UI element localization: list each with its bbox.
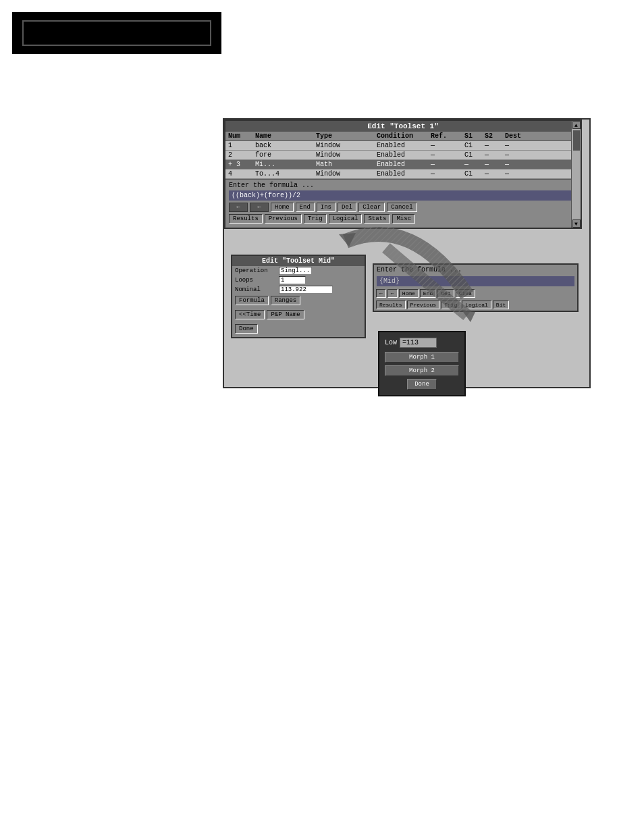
- previous-btn[interactable]: Previous: [265, 214, 302, 224]
- arrow-left2-btn[interactable]: ←: [250, 203, 269, 212]
- row4-s1: C1: [463, 170, 483, 178]
- row1-dest: —: [504, 142, 531, 149]
- row1-type: Window: [315, 142, 375, 149]
- row1-ref: —: [429, 142, 463, 149]
- col-name: Name: [254, 132, 315, 140]
- stats-btn[interactable]: Stats: [364, 214, 390, 224]
- home-btn[interactable]: Home: [271, 203, 294, 212]
- misc-btn[interactable]: Misc: [392, 214, 415, 224]
- toolset1-window: Edit "Toolset 1" Num Name Type Condition…: [224, 120, 582, 229]
- f2-results-btn[interactable]: Results: [376, 301, 406, 309]
- row2-s1: C1: [463, 151, 483, 159]
- row3-name: Mi...: [254, 161, 315, 168]
- row2-name: fore: [254, 151, 315, 159]
- logical-btn[interactable]: Logical: [329, 214, 363, 224]
- f2-title: Enter the formula ...: [374, 265, 577, 275]
- mid-done-btn[interactable]: Done: [235, 324, 258, 334]
- formula-input[interactable]: ((back)+(fore))/2: [229, 190, 577, 201]
- row4-ref: —: [429, 170, 463, 178]
- row4-condition: Enabled: [375, 170, 429, 178]
- low-done-btn[interactable]: Done: [407, 379, 437, 390]
- f2-clear-btn[interactable]: Clea: [456, 289, 475, 298]
- top-header-bar: [12, 12, 221, 54]
- del-btn[interactable]: Del: [338, 203, 356, 212]
- cancel-btn[interactable]: Cancel: [387, 203, 417, 212]
- low-input[interactable]: [400, 338, 437, 348]
- ranges-btn[interactable]: Ranges: [271, 296, 300, 305]
- operation-value: Singl...: [279, 267, 312, 275]
- nominal-row: Nominal 113.922: [232, 285, 365, 294]
- results-btn[interactable]: Results: [229, 214, 263, 224]
- formula-btn-row1: ← ← Home End Ins Del Clear Cancel: [229, 203, 577, 212]
- col-num: Num: [227, 132, 254, 140]
- row3-dest: —: [504, 161, 531, 168]
- low-row: Low: [385, 338, 459, 348]
- mid-btn-row2: <<Time P&P Name: [232, 309, 365, 321]
- f2-arrow-left-btn[interactable]: ←: [376, 289, 386, 298]
- row3-condition: Enabled: [375, 161, 429, 168]
- f2-logical-btn[interactable]: Logical: [462, 301, 491, 309]
- row3-type: Math: [315, 161, 375, 168]
- mid-titlebar: Edit "Toolset Mid": [232, 256, 365, 266]
- row4-s2: —: [483, 170, 504, 178]
- clear-btn[interactable]: Clear: [358, 203, 385, 212]
- formula-panel: Enter the formula ... ((back)+(fore))/2 …: [225, 179, 581, 228]
- col-type: Type: [315, 132, 375, 140]
- scroll-thumb[interactable]: [573, 130, 580, 151]
- row3-num: + 3: [227, 161, 254, 168]
- row1-num: 1: [227, 142, 254, 149]
- f2-del-btn[interactable]: Del: [437, 289, 454, 298]
- formula-title: Enter the formula ...: [229, 182, 577, 189]
- mid-btn-row1: Formula Ranges: [232, 294, 365, 307]
- row2-type: Window: [315, 151, 375, 159]
- time-btn[interactable]: <<Time: [235, 310, 265, 319]
- col-s1: S1: [463, 132, 483, 140]
- f2-trig-btn[interactable]: Trig: [441, 301, 460, 309]
- table-row[interactable]: 2 fore Window Enabled — C1 — —: [225, 151, 581, 160]
- row1-condition: Enabled: [375, 142, 429, 149]
- table-row[interactable]: + 3 Mi... Math Enabled — — — —: [225, 160, 581, 170]
- toolset-mid-window: Edit "Toolset Mid" Operation Singl... Lo…: [231, 255, 366, 338]
- formula2-panel: Enter the formula ... {Mid} ← ← Home End…: [373, 263, 579, 312]
- scrollbar[interactable]: ▲ ▼: [571, 121, 581, 228]
- nominal-label: Nominal: [235, 286, 279, 293]
- scroll-up-arrow[interactable]: ▲: [572, 121, 581, 129]
- header-inner-block: [22, 20, 211, 46]
- f2-home-btn[interactable]: Home: [399, 289, 419, 298]
- row2-ref: —: [429, 151, 463, 159]
- scroll-down-arrow[interactable]: ▼: [572, 219, 581, 228]
- arrow-left-btn[interactable]: ←: [229, 203, 248, 212]
- f2-previous-btn[interactable]: Previous: [407, 301, 439, 309]
- row4-num: 4: [227, 170, 254, 178]
- ins-btn[interactable]: Ins: [317, 203, 336, 212]
- low-morph-popup: Low Morph 1 Morph 2 Done: [378, 331, 466, 396]
- f2-input[interactable]: {Mid}: [377, 276, 574, 286]
- loops-value: 1: [279, 276, 306, 284]
- pap-name-btn[interactable]: P&P Name: [267, 310, 304, 319]
- trig-btn[interactable]: Trig: [304, 214, 327, 224]
- loops-row: Loops 1: [232, 276, 365, 285]
- row4-type: Window: [315, 170, 375, 178]
- f2-bit-btn[interactable]: Bit: [493, 301, 509, 309]
- col-ref: Ref.: [429, 132, 463, 140]
- table-row[interactable]: 4 To...4 Window Enabled — C1 — —: [225, 170, 581, 179]
- row1-s1: C1: [463, 142, 483, 149]
- svg-marker-1: [339, 233, 356, 246]
- formula-btn-row2: Results Previous Trig Logical Stats Misc: [229, 214, 577, 224]
- morph1-btn[interactable]: Morph 1: [385, 352, 459, 363]
- end-btn[interactable]: End: [296, 203, 315, 212]
- row3-ref: —: [429, 161, 463, 168]
- row2-s2: —: [483, 151, 504, 159]
- row1-name: back: [254, 142, 315, 149]
- morph2-btn[interactable]: Morph 2: [385, 365, 459, 376]
- f2-btn-row2: Results Previous Trig Logical Bit: [374, 299, 577, 311]
- f2-btn-row1: ← ← Home End Del Clea: [374, 288, 577, 299]
- col-condition: Condition: [375, 132, 429, 140]
- table-header-row: Num Name Type Condition Ref. S1 S2 Dest: [225, 132, 581, 141]
- mid-btn-row3: Done: [232, 323, 365, 335]
- row2-num: 2: [227, 151, 254, 159]
- table-row[interactable]: 1 back Window Enabled — C1 — —: [225, 141, 581, 151]
- f2-arrow-left2-btn[interactable]: ←: [387, 289, 398, 298]
- formula-btn[interactable]: Formula: [235, 296, 269, 305]
- f2-end-btn[interactable]: End: [420, 289, 436, 298]
